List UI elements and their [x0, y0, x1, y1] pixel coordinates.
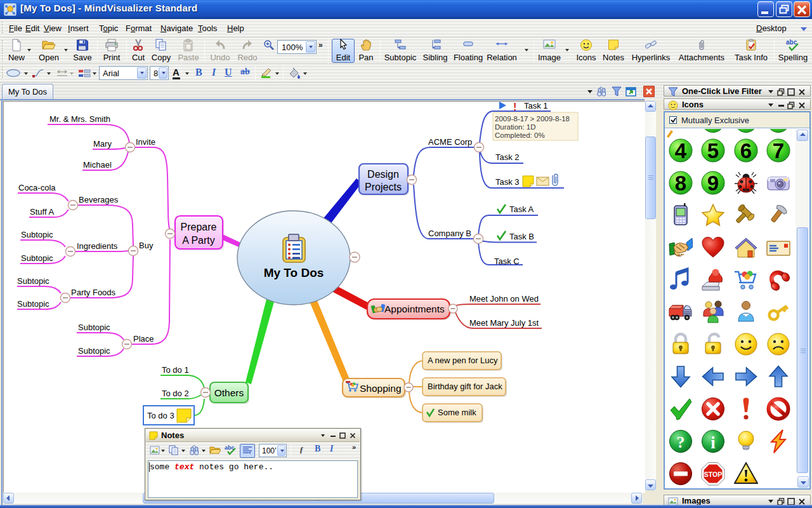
svg-text:Subtopic: Subtopic	[78, 323, 110, 332]
svg-text:9: 9	[707, 171, 719, 195]
svg-text:My To Dos: My To Dos	[264, 266, 324, 279]
svg-text:Prepare: Prepare	[181, 222, 217, 232]
svg-text:Ingredients: Ingredients	[77, 241, 118, 251]
svg-text:Subtopic: Subtopic	[78, 346, 110, 356]
svg-text:Beverages: Beverages	[79, 195, 119, 204]
svg-text:6: 6	[740, 139, 752, 163]
svg-text:Others: Others	[214, 387, 244, 398]
svg-text:Appointments: Appointments	[384, 304, 445, 314]
svg-text:Shopping: Shopping	[360, 383, 402, 394]
svg-text:5: 5	[707, 139, 719, 163]
svg-text:Completed: 0%: Completed: 0%	[495, 131, 545, 139]
svg-text:Michael: Michael	[83, 160, 112, 170]
svg-text:Task 2: Task 2	[495, 152, 520, 162]
svg-text:Task 3: Task 3	[495, 177, 520, 187]
svg-text:Subtopic: Subtopic	[21, 230, 53, 239]
svg-text:Party Foods: Party Foods	[71, 288, 116, 297]
svg-text:Stuff A: Stuff A	[30, 207, 54, 217]
svg-text:Invite: Invite	[136, 137, 155, 147]
svg-text:!: !	[513, 102, 516, 112]
svg-text:Subtopic: Subtopic	[17, 276, 49, 286]
svg-text:ACME Corp: ACME Corp	[428, 137, 472, 147]
svg-text:Subtopic: Subtopic	[17, 299, 49, 309]
svg-text:Task C: Task C	[494, 257, 520, 266]
svg-text:A Party: A Party	[182, 235, 215, 246]
svg-text:Birthday gift for Jack: Birthday gift for Jack	[428, 382, 502, 391]
svg-text:Task B: Task B	[509, 232, 534, 241]
svg-text:To do 1: To do 1	[162, 365, 189, 375]
svg-text:Mr. & Mrs. Smith: Mr. & Mrs. Smith	[49, 114, 110, 124]
svg-text:7: 7	[773, 139, 784, 163]
svg-text:2009-8-17 > 2009-8-18: 2009-8-17 > 2009-8-18	[495, 115, 570, 123]
svg-text:Task A: Task A	[509, 204, 534, 214]
svg-text:Meet John on Wed: Meet John on Wed	[469, 294, 539, 304]
svg-text:A new pen for Lucy: A new pen for Lucy	[428, 356, 498, 365]
svg-text:Buy: Buy	[139, 241, 154, 250]
svg-text:Task 1: Task 1	[524, 102, 548, 110]
svg-text:Design: Design	[367, 169, 399, 180]
svg-text:Meet Mary July 1st: Meet Mary July 1st	[469, 318, 539, 328]
svg-text:Subtopic: Subtopic	[21, 253, 53, 263]
svg-text:abc: abc	[786, 39, 797, 46]
svg-text:Coca-cola: Coca-cola	[18, 183, 56, 192]
svg-text:To do 3: To do 3	[147, 411, 174, 420]
svg-text:Duration: 1D: Duration: 1D	[495, 123, 536, 131]
svg-text:Projects: Projects	[365, 182, 402, 192]
svg-text:Place: Place	[133, 334, 154, 344]
svg-text:2: 2	[740, 129, 752, 130]
svg-text:4: 4	[675, 139, 687, 163]
svg-text:To do 2: To do 2	[162, 389, 189, 398]
svg-text:8: 8	[675, 171, 686, 195]
svg-text:1: 1	[707, 129, 719, 130]
svg-text:Company B: Company B	[428, 229, 471, 238]
svg-text:Mary: Mary	[93, 139, 112, 149]
svg-text:3: 3	[773, 129, 784, 130]
svg-text:Some milk: Some milk	[438, 408, 476, 417]
